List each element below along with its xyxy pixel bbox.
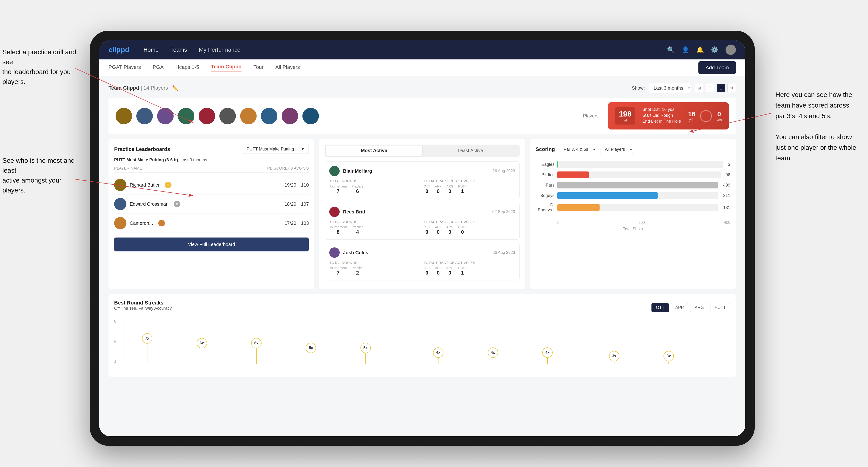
tournament-stat-1: Tournament 7 (329, 184, 347, 194)
nav-teams[interactable]: Teams (170, 46, 187, 53)
search-icon[interactable]: 🔍 (667, 46, 675, 54)
streak-filter-ott[interactable]: OTT (651, 303, 669, 312)
sort-icon[interactable]: ⇅ (727, 84, 736, 92)
active-player-card-1: Blair McHarg 26 Aug 2023 Total Rounds To… (325, 161, 519, 199)
bar-fill-dbogeys (557, 204, 599, 211)
streak-filter-arg[interactable]: ARG (690, 303, 708, 312)
bar-fill-pars (557, 182, 718, 188)
lb-col-player: Player Name (114, 166, 267, 170)
player-avatar-2[interactable] (136, 108, 153, 124)
shot-dist-display: 198 yd (615, 107, 635, 125)
lb-avg-1: 110 (301, 182, 309, 188)
player-avatar-4[interactable] (178, 108, 194, 124)
apc-player-2: Rees Britt (329, 207, 365, 217)
chevron-down-icon: ▼ (301, 147, 305, 152)
player-avatar-8[interactable] (261, 108, 277, 124)
lb-avatar-1[interactable] (114, 179, 126, 191)
bar-chart: Eagles 3 Birdies 96 (536, 159, 730, 219)
edit-icon[interactable]: ✏️ (172, 85, 178, 91)
bar-row-dbogeys: D. Bogeys+ 131 (536, 203, 730, 213)
bar-track-pars (557, 182, 718, 188)
practice-activities-group-2: Total Practice Activities OTT 0 APP 0 (424, 220, 515, 235)
bar-fill-birdies (557, 172, 589, 178)
list-view-icon[interactable]: ☰ (706, 84, 714, 92)
bar-label-dbogeys: D. Bogeys+ (536, 203, 555, 213)
shot-yds-group: 16 yds 0 yds (688, 110, 722, 122)
bar-fill-bogeys (557, 192, 658, 199)
active-player-card-3: Josh Coles 26 Aug 2023 Total Rounds Tour… (325, 243, 519, 280)
add-team-button[interactable]: Add Team (699, 61, 736, 74)
apc-stats-2: Total Rounds Tournament 8 Practice 4 (329, 220, 515, 235)
sub-nav-all-players[interactable]: All Players (275, 64, 300, 71)
player-avatar-5[interactable] (198, 108, 215, 124)
bell-icon[interactable]: 🔔 (696, 46, 704, 54)
players-scroll (116, 108, 578, 124)
sub-nav: PGAT Players PGA Hcaps 1-5 Team Clippd T… (99, 59, 745, 76)
lb-avatar-2[interactable] (114, 198, 126, 210)
scoring-par-filter[interactable]: Par 3, 4 & 5s Par 3s Par 4s Par 5s (559, 145, 596, 154)
apc-avatar-1[interactable] (329, 166, 340, 176)
shot-yds-left: 16 yds (688, 111, 695, 122)
app-stat-1: APP 0 (435, 184, 441, 194)
streak-pin-7: 4x (488, 347, 498, 364)
chart-axis: 0 200 400 (557, 220, 730, 225)
arg-stat-1: ARG 0 (446, 184, 453, 194)
time-filter-select[interactable]: Last 3 months Last 6 months Last year (649, 83, 691, 93)
activities-row-3: OTT 0 APP 0 ARG 0 (424, 266, 515, 276)
streak-filter-putt[interactable]: PUTT (710, 303, 730, 312)
streak-pin-1: 7x (142, 333, 152, 364)
streak-pin-2: 6x (197, 338, 207, 364)
activities-row-2: OTT 0 APP 0 ARG 0 (424, 225, 515, 235)
bar-track-eagles (557, 161, 723, 168)
avatar[interactable] (725, 44, 736, 55)
bar-val-dbogeys: 131 (723, 205, 730, 210)
bar-val-bogeys: 311 (723, 193, 730, 198)
tab-least-active[interactable]: Least Active (422, 146, 519, 156)
practice-activities-label-1: Total Practice Activities (424, 179, 515, 183)
sub-nav-team-clippd[interactable]: Team Clippd (211, 64, 242, 71)
bar-val-pars: 499 (723, 183, 730, 188)
rounds-row-2: Tournament 8 Practice 4 (329, 225, 421, 235)
scoring-player-filter[interactable]: All Players (600, 145, 633, 154)
grid-view-icon[interactable]: ⊞ (695, 84, 703, 92)
lb-col-headers: Player Name PB Score PB Avg SQ (114, 166, 309, 173)
lb-name-1: Richard Butler (130, 182, 160, 188)
tab-most-active[interactable]: Most Active (326, 146, 422, 156)
bar-row-bogeys: Bogeys 311 (536, 192, 730, 199)
lb-drill-dropdown[interactable]: PUTT Must Make Putting ... ▼ (243, 145, 309, 154)
total-shots-label: Total Shots (536, 227, 730, 231)
y-axis-labels: 8 6 4 (114, 319, 124, 364)
player-avatar-1[interactable] (116, 108, 132, 124)
sub-nav-pga[interactable]: PGA (153, 64, 163, 71)
player-avatar-7[interactable] (240, 108, 257, 124)
scoring-panel: Scoring Par 3, 4 & 5s Par 3s Par 4s Par … (530, 139, 736, 289)
activities-row-1: OTT 0 APP 0 ARG 0 (424, 184, 515, 194)
view-full-leaderboard-button[interactable]: View Full Leaderboard (114, 238, 309, 251)
team-header: Team Clippd | 14 Players ✏️ Show: Last 3… (108, 83, 736, 93)
apc-date-3: 26 Aug 2023 (493, 250, 515, 255)
lb-avatar-3[interactable] (114, 217, 126, 229)
player-avatar-9[interactable] (282, 108, 298, 124)
apc-avatar-2[interactable] (329, 207, 340, 217)
apc-header-1: Blair McHarg 26 Aug 2023 (329, 166, 515, 176)
sub-nav-hcaps[interactable]: Hcaps 1-5 (176, 64, 199, 71)
apc-player-3: Josh Coles (329, 247, 368, 258)
lb-col-avg: PB Avg SQ (288, 166, 309, 170)
card-view-icon[interactable]: ⊡ (717, 84, 725, 92)
player-avatar-3[interactable] (157, 108, 174, 124)
nav-my-performance[interactable]: My Performance (199, 46, 240, 53)
streak-filter-app[interactable]: APP (671, 303, 688, 312)
sub-nav-pgat[interactable]: PGAT Players (108, 64, 141, 71)
user-icon[interactable]: 👤 (682, 46, 689, 54)
sub-nav-tour[interactable]: Tour (253, 64, 264, 71)
nav-home[interactable]: Home (144, 46, 158, 53)
apc-avatar-3[interactable] (329, 247, 340, 258)
settings-icon[interactable]: ⚙️ (711, 46, 718, 54)
putt-stat-1: PUTT 1 (458, 184, 467, 194)
player-avatar-10[interactable] (302, 108, 319, 124)
lb-avg-2: 107 (301, 201, 309, 207)
total-rounds-label-1: Total Rounds (329, 179, 421, 183)
streak-chart-area: 7x 6x 6x 5x (124, 319, 730, 364)
player-avatar-6[interactable] (219, 108, 236, 124)
practice-leaderboards-panel: Practice Leaderboards PUTT Must Make Put… (108, 139, 314, 289)
